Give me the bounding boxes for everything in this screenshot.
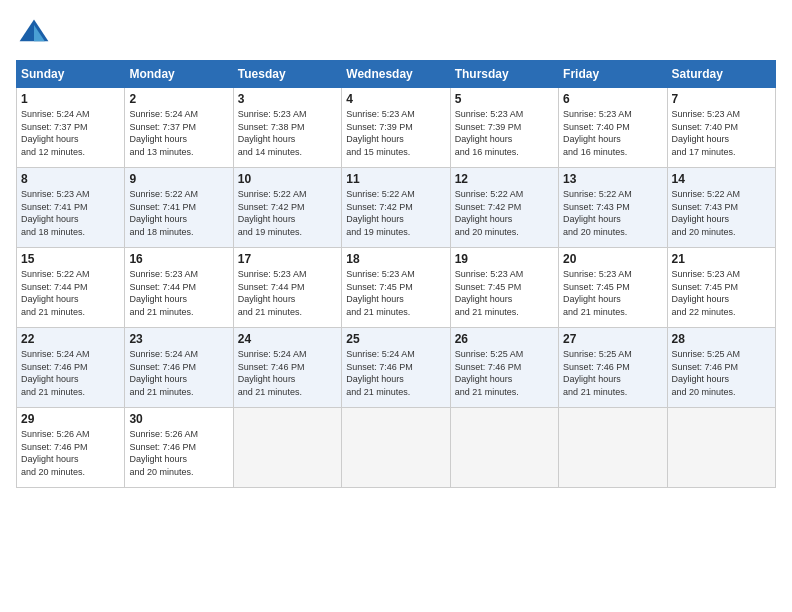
calendar-day-header: Saturday xyxy=(667,61,775,88)
daylight-text: Daylight hours xyxy=(238,294,296,304)
day-info: Sunrise: 5:23 AMSunset: 7:44 PMDaylight … xyxy=(238,268,337,318)
day-info: Sunrise: 5:23 AMSunset: 7:39 PMDaylight … xyxy=(455,108,554,158)
day-info: Sunrise: 5:22 AMSunset: 7:43 PMDaylight … xyxy=(672,188,771,238)
sunrise-text: Sunrise: 5:23 AM xyxy=(672,269,741,279)
sunset-text: Sunset: 7:42 PM xyxy=(238,202,305,212)
daylight-text: Daylight hours xyxy=(21,134,79,144)
day-info: Sunrise: 5:24 AMSunset: 7:46 PMDaylight … xyxy=(21,348,120,398)
day-info: Sunrise: 5:23 AMSunset: 7:40 PMDaylight … xyxy=(672,108,771,158)
sunset-text: Sunset: 7:46 PM xyxy=(129,362,196,372)
calendar-week-row: 8Sunrise: 5:23 AMSunset: 7:41 PMDaylight… xyxy=(17,168,776,248)
day-info: Sunrise: 5:23 AMSunset: 7:45 PMDaylight … xyxy=(563,268,662,318)
day-info: Sunrise: 5:23 AMSunset: 7:45 PMDaylight … xyxy=(672,268,771,318)
daylight-minutes-text: and 14 minutes. xyxy=(238,147,302,157)
sunrise-text: Sunrise: 5:23 AM xyxy=(21,189,90,199)
calendar-cell: 10Sunrise: 5:22 AMSunset: 7:42 PMDayligh… xyxy=(233,168,341,248)
sunrise-text: Sunrise: 5:23 AM xyxy=(563,269,632,279)
day-number: 7 xyxy=(672,92,771,106)
sunrise-text: Sunrise: 5:22 AM xyxy=(563,189,632,199)
daylight-text: Daylight hours xyxy=(672,374,730,384)
day-info: Sunrise: 5:23 AMSunset: 7:39 PMDaylight … xyxy=(346,108,445,158)
daylight-minutes-text: and 22 minutes. xyxy=(672,307,736,317)
sunset-text: Sunset: 7:46 PM xyxy=(563,362,630,372)
sunrise-text: Sunrise: 5:23 AM xyxy=(129,269,198,279)
day-number: 16 xyxy=(129,252,228,266)
sunset-text: Sunset: 7:45 PM xyxy=(672,282,739,292)
day-number: 29 xyxy=(21,412,120,426)
daylight-minutes-text: and 20 minutes. xyxy=(21,467,85,477)
sunset-text: Sunset: 7:45 PM xyxy=(455,282,522,292)
calendar-cell xyxy=(233,408,341,488)
daylight-text: Daylight hours xyxy=(238,134,296,144)
day-info: Sunrise: 5:23 AMSunset: 7:44 PMDaylight … xyxy=(129,268,228,318)
daylight-text: Daylight hours xyxy=(672,134,730,144)
calendar-cell: 26Sunrise: 5:25 AMSunset: 7:46 PMDayligh… xyxy=(450,328,558,408)
calendar-cell: 20Sunrise: 5:23 AMSunset: 7:45 PMDayligh… xyxy=(559,248,667,328)
calendar-cell: 3Sunrise: 5:23 AMSunset: 7:38 PMDaylight… xyxy=(233,88,341,168)
logo-icon xyxy=(16,16,52,52)
daylight-minutes-text: and 17 minutes. xyxy=(672,147,736,157)
daylight-text: Daylight hours xyxy=(21,214,79,224)
sunrise-text: Sunrise: 5:22 AM xyxy=(672,189,741,199)
calendar-cell: 22Sunrise: 5:24 AMSunset: 7:46 PMDayligh… xyxy=(17,328,125,408)
sunset-text: Sunset: 7:46 PM xyxy=(21,442,88,452)
sunrise-text: Sunrise: 5:25 AM xyxy=(672,349,741,359)
day-number: 28 xyxy=(672,332,771,346)
day-info: Sunrise: 5:24 AMSunset: 7:37 PMDaylight … xyxy=(129,108,228,158)
daylight-text: Daylight hours xyxy=(129,374,187,384)
calendar-cell: 24Sunrise: 5:24 AMSunset: 7:46 PMDayligh… xyxy=(233,328,341,408)
calendar-week-row: 15Sunrise: 5:22 AMSunset: 7:44 PMDayligh… xyxy=(17,248,776,328)
sunrise-text: Sunrise: 5:26 AM xyxy=(129,429,198,439)
sunset-text: Sunset: 7:44 PM xyxy=(21,282,88,292)
day-number: 8 xyxy=(21,172,120,186)
calendar-cell: 19Sunrise: 5:23 AMSunset: 7:45 PMDayligh… xyxy=(450,248,558,328)
sunset-text: Sunset: 7:39 PM xyxy=(455,122,522,132)
daylight-minutes-text: and 20 minutes. xyxy=(672,387,736,397)
daylight-text: Daylight hours xyxy=(346,134,404,144)
calendar-cell: 11Sunrise: 5:22 AMSunset: 7:42 PMDayligh… xyxy=(342,168,450,248)
day-number: 23 xyxy=(129,332,228,346)
sunrise-text: Sunrise: 5:25 AM xyxy=(563,349,632,359)
daylight-minutes-text: and 21 minutes. xyxy=(238,307,302,317)
sunrise-text: Sunrise: 5:24 AM xyxy=(346,349,415,359)
sunset-text: Sunset: 7:37 PM xyxy=(129,122,196,132)
day-info: Sunrise: 5:22 AMSunset: 7:42 PMDaylight … xyxy=(455,188,554,238)
day-number: 9 xyxy=(129,172,228,186)
sunset-text: Sunset: 7:42 PM xyxy=(455,202,522,212)
calendar-cell: 1Sunrise: 5:24 AMSunset: 7:37 PMDaylight… xyxy=(17,88,125,168)
sunset-text: Sunset: 7:42 PM xyxy=(346,202,413,212)
calendar-day-header: Monday xyxy=(125,61,233,88)
day-number: 26 xyxy=(455,332,554,346)
day-number: 27 xyxy=(563,332,662,346)
sunset-text: Sunset: 7:46 PM xyxy=(455,362,522,372)
sunset-text: Sunset: 7:39 PM xyxy=(346,122,413,132)
sunset-text: Sunset: 7:41 PM xyxy=(21,202,88,212)
day-number: 13 xyxy=(563,172,662,186)
calendar-cell xyxy=(450,408,558,488)
day-number: 14 xyxy=(672,172,771,186)
daylight-minutes-text: and 21 minutes. xyxy=(129,307,193,317)
calendar-week-row: 29Sunrise: 5:26 AMSunset: 7:46 PMDayligh… xyxy=(17,408,776,488)
daylight-minutes-text: and 18 minutes. xyxy=(129,227,193,237)
calendar-cell xyxy=(342,408,450,488)
calendar-cell: 16Sunrise: 5:23 AMSunset: 7:44 PMDayligh… xyxy=(125,248,233,328)
sunset-text: Sunset: 7:46 PM xyxy=(346,362,413,372)
calendar-week-row: 22Sunrise: 5:24 AMSunset: 7:46 PMDayligh… xyxy=(17,328,776,408)
sunrise-text: Sunrise: 5:23 AM xyxy=(455,269,524,279)
daylight-text: Daylight hours xyxy=(21,454,79,464)
calendar-cell: 30Sunrise: 5:26 AMSunset: 7:46 PMDayligh… xyxy=(125,408,233,488)
daylight-text: Daylight hours xyxy=(346,374,404,384)
calendar-cell: 25Sunrise: 5:24 AMSunset: 7:46 PMDayligh… xyxy=(342,328,450,408)
day-number: 30 xyxy=(129,412,228,426)
sunrise-text: Sunrise: 5:22 AM xyxy=(346,189,415,199)
sunrise-text: Sunrise: 5:24 AM xyxy=(129,109,198,119)
calendar-cell: 6Sunrise: 5:23 AMSunset: 7:40 PMDaylight… xyxy=(559,88,667,168)
sunset-text: Sunset: 7:45 PM xyxy=(346,282,413,292)
calendar-cell: 5Sunrise: 5:23 AMSunset: 7:39 PMDaylight… xyxy=(450,88,558,168)
daylight-minutes-text: and 21 minutes. xyxy=(238,387,302,397)
daylight-minutes-text: and 12 minutes. xyxy=(21,147,85,157)
sunset-text: Sunset: 7:46 PM xyxy=(238,362,305,372)
calendar-cell: 13Sunrise: 5:22 AMSunset: 7:43 PMDayligh… xyxy=(559,168,667,248)
sunset-text: Sunset: 7:44 PM xyxy=(129,282,196,292)
day-info: Sunrise: 5:23 AMSunset: 7:45 PMDaylight … xyxy=(346,268,445,318)
